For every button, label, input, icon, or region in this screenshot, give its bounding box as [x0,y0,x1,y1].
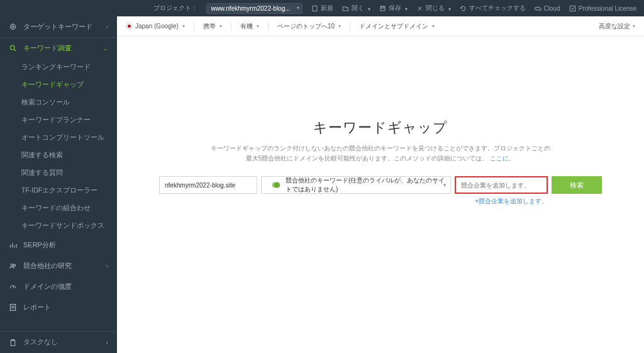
chevron-right-icon: › [106,263,108,269]
sidebar-item-report[interactable]: レポート [0,297,117,318]
cloud-button[interactable]: Cloud [535,5,560,12]
keyword-mode-select[interactable]: 競合他社のキーワード(任意のライバルが、あなたのサイトではありません) [261,176,451,194]
sidebar-tasks[interactable]: タスクなし › [0,331,117,353]
page-title: キーワードギャップ [313,118,448,137]
filter-region[interactable]: Japan (Google) [126,23,185,30]
sidebar-label-target: ターゲットキーワード [23,22,92,31]
check-icon [569,5,576,12]
desc-line1: キーワードギャップのランク付けしないあなたの競合他社のキーワードを見つけることが… [211,145,550,152]
desc-link[interactable]: ここに [490,155,509,162]
separator [231,22,231,31]
sidebar-label-competitor: 競合他社の研究 [23,261,72,271]
sidebar-label-serp: SERP分析 [23,240,56,250]
svg-point-7 [11,264,13,266]
checkall-label: すべてチェックする [469,4,526,13]
venn-icon [270,179,282,191]
sidebar-item-serp[interactable]: SERP分析 [0,235,117,255]
users-icon [9,262,17,270]
svg-point-6 [10,45,14,50]
license-button[interactable]: Professional License [569,5,636,12]
separator [194,22,194,31]
separator [350,22,350,31]
filter-advanced[interactable]: 高度な設定 [599,22,635,31]
filterbar: Japan (Google) 携帯 有機 ページのトップへ10 ドメインとサブド… [117,16,644,36]
sidebar-label-report: レポート [23,303,51,312]
sidebar-sub-sandbox[interactable]: キーワードサンドボックス [0,217,117,235]
topbar: プロジェクト： www.nfekhmyrm2022-blog... 新規 開く … [0,0,644,16]
svg-point-5 [12,26,14,28]
project-select[interactable]: www.nfekhmyrm2022-blog... [206,3,302,14]
keyword-mode-label: 競合他社のキーワード(任意のライバルが、あなたのサイトではありません) [286,176,445,194]
sidebar-sub-console[interactable]: 検索コンソール [0,94,117,111]
gauge-icon [9,283,17,291]
close-label: 閉じる [426,4,445,13]
add-competitor-link[interactable]: +競合企業を追加します。 [455,197,548,206]
filter-region-label: Japan (Google) [135,23,179,30]
svg-rect-9 [10,305,15,311]
sidebar-label-tasks: タスクなし [23,338,58,347]
report-icon [9,303,17,311]
clipboard-icon [9,339,17,347]
cloud-icon [535,5,541,12]
checkall-button[interactable]: すべてチェックする [460,4,526,13]
close-button[interactable]: 閉じる [416,4,451,13]
chevron-down-icon: ⌄ [103,45,108,52]
target-icon [9,23,17,31]
chart-icon [9,241,17,249]
sidebar-sub-combine[interactable]: キーワードの組合わせ [0,199,117,217]
sidebar-label-research: キーワード調査 [23,43,72,53]
sidebar-sub-related-question[interactable]: 関連する質問 [0,164,117,182]
sidebar-label-domain-strength: ドメインの強度 [23,282,72,291]
svg-rect-2 [381,6,384,8]
save-label: 保存 [389,4,401,13]
japan-flag-icon [126,23,133,30]
new-label: 新規 [321,4,333,13]
file-icon [311,5,318,12]
sidebar-item-competitor[interactable]: 競合他社の研究 › [0,255,117,276]
project-label: プロジェクト： [153,4,197,13]
main-area: キーワードギャップ キーワードギャップのランク付けしないあなたの競合他社のキーワ… [117,36,644,353]
sidebar-sub-tfidf[interactable]: TF-IDFエクスプローラー [0,182,117,199]
save-icon [379,5,386,12]
refresh-icon [460,5,467,12]
sidebar-sub-planner[interactable]: キーワードプランナー [0,111,117,129]
cloud-label: Cloud [544,5,560,12]
sidebar-sub-related-search[interactable]: 関連する検索 [0,147,117,164]
close-icon [416,5,423,12]
open-label: 開く [352,4,364,13]
svg-rect-0 [313,6,317,11]
new-button[interactable]: 新規 [311,4,333,13]
sidebar-sub-autocomplete[interactable]: オートコンプリートツール [0,129,117,147]
content: Japan (Google) 携帯 有機 ページのトップへ10 ドメインとサブド… [117,16,644,353]
svg-point-13 [274,182,280,188]
svg-point-8 [13,264,15,266]
filter-pagetop[interactable]: ページのトップへ10 [277,22,341,31]
search-icon [9,44,17,52]
competitor-input[interactable] [455,176,548,194]
sidebar-sub-gap[interactable]: キーワードギャップ [0,76,117,94]
filter-organic[interactable]: 有機 [240,22,259,31]
sidebar: ターゲットキーワード › キーワード調査 ⌄ ランキングキーワード キーワードギ… [0,16,117,353]
site-input[interactable] [159,176,257,194]
filter-device[interactable]: 携帯 [203,22,222,31]
sidebar-sub-ranking[interactable]: ランキングキーワード [0,59,117,76]
desc-line2: 最大5競合他社にドメインを比較可能性があります。このメソッドの詳細については、 [246,155,489,162]
sidebar-item-target[interactable]: ターゲットキーワード › [0,16,117,38]
sidebar-item-domain-strength[interactable]: ドメインの強度 [0,276,117,297]
folder-icon [342,5,349,12]
search-button[interactable]: 検索 [552,176,602,194]
separator [268,22,269,31]
chevron-right-icon: › [106,24,108,30]
license-label: Professional License [579,5,636,12]
open-button[interactable]: 開く [342,4,370,13]
chevron-right-icon: › [106,339,109,346]
save-button[interactable]: 保存 [379,4,408,13]
search-row: 競合他社のキーワード(任意のライバルが、あなたのサイトではありません) +競合企… [159,176,602,206]
svg-point-4 [10,24,15,29]
filter-domain[interactable]: ドメインとサブドメイン [359,22,435,31]
sidebar-item-research[interactable]: キーワード調査 ⌄ [0,38,117,59]
desc-end: 。 [509,155,515,162]
page-description: キーワードギャップのランク付けしないあなたの競合他社のキーワードを見つけることが… [211,143,550,164]
